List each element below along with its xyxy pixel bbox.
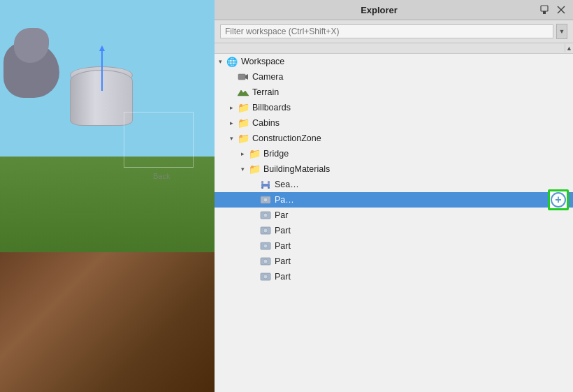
seat-icon	[259, 178, 272, 191]
filter-input[interactable]	[220, 24, 553, 38]
axis-line	[101, 49, 103, 91]
pin-button[interactable]	[538, 3, 551, 16]
filter-bar: ▼	[215, 20, 573, 43]
tree-item-camera[interactable]: ▸ Camera	[215, 69, 573, 85]
svg-rect-9	[268, 181, 270, 184]
part3-label: Part	[275, 226, 570, 235]
tree-item-buildingmaterials[interactable]: ▾ 📁 BuildingMaterials	[215, 161, 573, 177]
billboards-folder-icon: 📁	[237, 101, 249, 114]
tree-item-part1[interactable]: Pa… +	[215, 192, 573, 208]
cabins-folder-icon: 📁	[237, 117, 249, 129]
part2-label: Par	[275, 210, 570, 220]
svg-marker-6	[238, 90, 249, 96]
tree-item-part5[interactable]: Part	[215, 254, 573, 269]
svg-rect-8	[261, 181, 263, 184]
camera-label: Camera	[252, 72, 570, 82]
svg-point-15	[263, 213, 268, 217]
workspace-label: Workspace	[241, 57, 570, 66]
tree-item-part6[interactable]: Part	[215, 269, 573, 284]
terrain-icon	[237, 86, 249, 99]
constructionzone-label: ConstructionZone	[252, 133, 570, 143]
workspace-icon: 🌐	[226, 55, 238, 68]
buildingmaterials-folder-icon: 📁	[248, 163, 261, 175]
part5-icon	[259, 255, 272, 268]
svg-marker-5	[245, 74, 248, 80]
bridge-folder-icon: 📁	[248, 147, 261, 160]
tree-item-seat[interactable]: Sea…	[215, 177, 573, 192]
part2-icon	[259, 209, 272, 222]
part1-icon	[259, 194, 272, 206]
expand-billboards[interactable]: ▸	[226, 100, 237, 115]
part3-icon	[259, 224, 272, 237]
svg-rect-0	[541, 6, 548, 11]
tree-item-part3[interactable]: Part	[215, 223, 573, 238]
dropdown-arrow-icon: ▼	[559, 28, 565, 35]
part6-label: Part	[275, 272, 570, 282]
svg-rect-7	[261, 184, 270, 187]
part5-label: Part	[275, 256, 570, 266]
scene-outline	[124, 112, 194, 168]
tree-item-part2[interactable]: Par	[215, 208, 573, 223]
tree-item-workspace[interactable]: ▾ 🌐 Workspace	[215, 54, 573, 69]
svg-rect-4	[238, 74, 245, 80]
expand-constructionzone[interactable]: ▾	[226, 131, 237, 146]
camera-icon	[237, 71, 249, 83]
svg-rect-11	[268, 187, 270, 189]
billboards-label: Billboards	[252, 103, 570, 112]
svg-rect-10	[261, 187, 263, 189]
expand-workspace[interactable]: ▾	[215, 54, 226, 69]
tree-item-part4[interactable]: Part	[215, 238, 573, 254]
add-part-button[interactable]: +	[548, 189, 569, 210]
expand-bridge[interactable]: ▸	[237, 146, 248, 161]
part1-label: Pa…	[275, 195, 570, 205]
seat-label: Sea…	[275, 180, 570, 189]
cabins-label: Cabins	[252, 118, 570, 128]
viewport: Back	[0, 0, 215, 392]
constructionzone-folder-icon: 📁	[237, 132, 249, 145]
tree-item-constructionzone[interactable]: ▾ 📁 ConstructionZone	[215, 131, 573, 146]
svg-point-23	[263, 275, 268, 279]
expand-buildingmaterials[interactable]: ▾	[237, 161, 248, 177]
3d-scene: Back	[0, 0, 215, 392]
expand-cabins[interactable]: ▸	[226, 115, 237, 131]
terrain-label: Terrain	[252, 87, 570, 97]
tree-item-bridge[interactable]: ▸ 📁 Bridge	[215, 146, 573, 161]
svg-point-21	[263, 259, 268, 263]
scroll-up-button[interactable]: ▲	[565, 44, 573, 52]
part4-icon	[259, 240, 272, 252]
tree-content[interactable]: ▾ 🌐 Workspace ▸ Camera	[215, 54, 573, 392]
buildingmaterials-label: BuildingMaterials	[263, 164, 570, 174]
tree-item-terrain[interactable]: Terrain	[215, 85, 573, 100]
filter-dropdown[interactable]: ▼	[556, 24, 567, 39]
close-button[interactable]	[555, 3, 567, 16]
part4-label: Part	[275, 241, 570, 251]
svg-rect-1	[543, 11, 546, 14]
explorer-header: Explorer	[215, 0, 573, 20]
bridge-label: Bridge	[263, 149, 570, 159]
svg-point-19	[263, 244, 268, 248]
tree-item-cabins[interactable]: ▸ 📁 Cabins	[215, 115, 573, 131]
header-icons	[538, 3, 567, 16]
explorer-panel: Explorer ▼ ▲	[215, 0, 573, 392]
part6-icon	[259, 270, 272, 283]
tree-item-billboards[interactable]: ▸ 📁 Billboards	[215, 100, 573, 115]
explorer-title: Explorer	[220, 5, 538, 15]
scene-ground	[0, 252, 215, 392]
svg-point-13	[263, 198, 268, 202]
add-circle-icon: +	[551, 192, 566, 208]
svg-point-17	[263, 228, 268, 233]
back-label: Back	[153, 172, 170, 180]
